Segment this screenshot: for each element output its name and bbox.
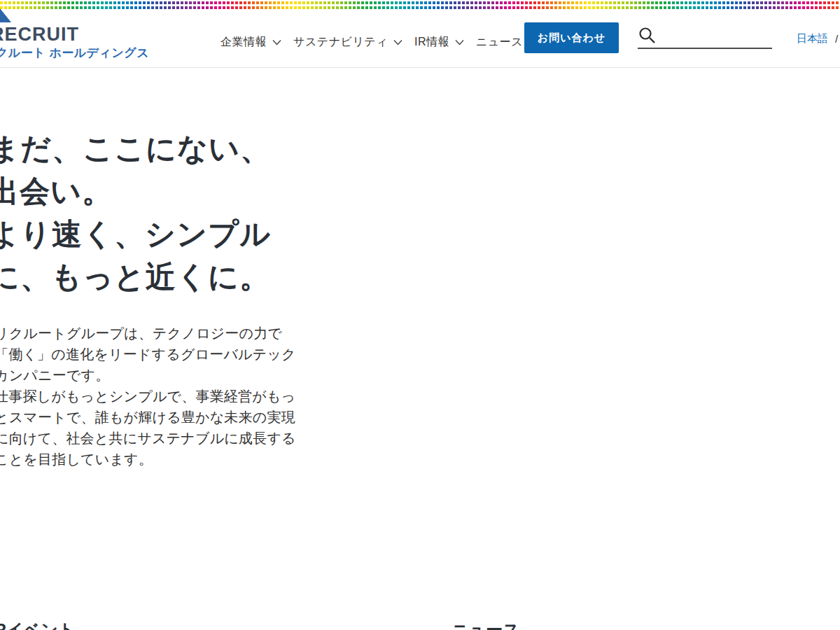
chevron-down-icon <box>393 39 402 46</box>
logo-home-link[interactable]: RECRUIT リクルート ホールディングス <box>0 10 182 68</box>
rainbow-topbar <box>0 0 840 10</box>
news-section-heading: ニュース <box>451 619 520 630</box>
nav-item-label: ニュース <box>476 35 523 50</box>
recruit-logo-mark-icon <box>0 8 11 22</box>
search-icon <box>638 26 657 45</box>
nav-item-label: サステナビリティ <box>293 35 388 50</box>
nav-item-corporate[interactable]: 企業情報 <box>220 35 281 50</box>
language-separator: / <box>835 33 838 45</box>
chevron-down-icon <box>272 39 281 46</box>
logo-wordmark: RECRUIT <box>0 24 79 46</box>
nav-item-sustainability[interactable]: サステナビリティ <box>293 35 402 50</box>
logo-company-name: リクルート ホールディングス <box>0 45 149 61</box>
nav-item-label: IR情報 <box>414 35 449 50</box>
search-input[interactable] <box>661 26 800 44</box>
page: RECRUIT リクルート ホールディングス 企業情報 サステナビリティ IR情… <box>0 0 840 630</box>
contact-button[interactable]: お問い合わせ <box>524 22 619 53</box>
hero-heading: まだ、ここにない、 出会い。 より速く、シンプル に、もっと近くに。 <box>0 127 271 298</box>
search-button[interactable] <box>638 26 657 47</box>
hero-description: リクルートグループは、テクノロジーの力で 「働く」の進化をリードするグローバルテ… <box>0 323 296 470</box>
language-link-japanese[interactable]: 日本語 <box>797 32 828 46</box>
nav-item-label: 企業情報 <box>220 35 267 50</box>
main-nav: 企業情報 サステナビリティ IR情報 ニュース <box>220 31 523 52</box>
ir-events-section-heading: IRイベント <box>0 619 75 630</box>
nav-item-news[interactable]: ニュース <box>476 35 523 50</box>
language-switcher: 日本語 / <box>797 32 838 46</box>
site-header: RECRUIT リクルート ホールディングス 企業情報 サステナビリティ IR情… <box>0 10 840 68</box>
search-box <box>638 26 772 49</box>
chevron-down-icon <box>455 39 464 46</box>
nav-item-ir[interactable]: IR情報 <box>414 35 464 50</box>
